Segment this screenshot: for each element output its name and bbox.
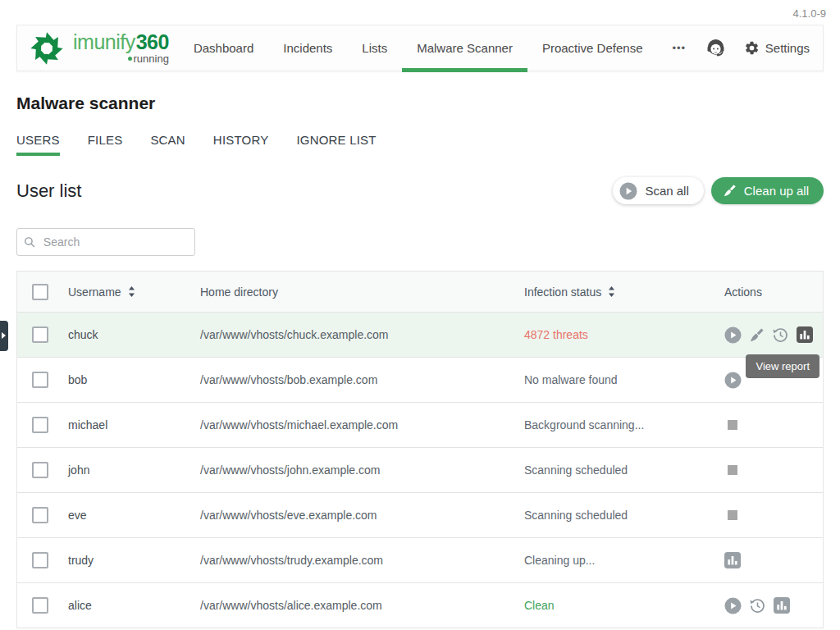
stop-icon bbox=[728, 510, 737, 520]
actions-cell bbox=[724, 510, 823, 520]
headset-support-icon[interactable] bbox=[704, 36, 728, 60]
history-action-button[interactable] bbox=[749, 597, 766, 614]
user-list-table: UsernameHome directoryInfection statusAc… bbox=[16, 271, 824, 628]
history-icon bbox=[772, 326, 789, 344]
infection-status: Scanning scheduled bbox=[524, 463, 724, 477]
column-header-username[interactable]: Username bbox=[68, 285, 200, 299]
table-row-alice: alice/var/www/vhosts/alice.example.comCl… bbox=[17, 583, 823, 628]
side-drawer-toggle[interactable] bbox=[0, 321, 8, 351]
column-label: Actions bbox=[724, 285, 762, 299]
clean-up-all-button[interactable]: Clean up all bbox=[711, 177, 824, 204]
column-label: Home directory bbox=[200, 285, 278, 299]
row-checkbox[interactable] bbox=[32, 507, 48, 523]
scan-all-label: Scan all bbox=[645, 184, 688, 198]
stop-action-button[interactable] bbox=[724, 420, 737, 430]
table-row-chuck: chuck/var/www/vhosts/chuck.example.com48… bbox=[17, 313, 823, 358]
home-directory-cell: /var/www/vhosts/bob.example.com bbox=[200, 373, 524, 386]
home-directory-cell: /var/www/vhosts/alice.example.com bbox=[200, 599, 524, 612]
table-row-eve: eve/var/www/vhosts/eve.example.comScanni… bbox=[17, 493, 823, 538]
play-action-button[interactable] bbox=[724, 372, 742, 389]
tab-users[interactable]: USERS bbox=[16, 133, 60, 156]
report-icon bbox=[774, 597, 790, 614]
play-action-button[interactable] bbox=[724, 597, 742, 614]
search-box bbox=[16, 228, 195, 256]
tab-ignore-list[interactable]: IGNORE LIST bbox=[296, 133, 376, 156]
nav-item-dashboard[interactable]: Dashboard bbox=[179, 25, 268, 71]
infection-status: No malware found bbox=[524, 373, 724, 386]
username-cell: trudy bbox=[68, 554, 200, 567]
row-checkbox[interactable] bbox=[32, 552, 48, 568]
tab-files[interactable]: FILES bbox=[88, 133, 123, 156]
row-checkbox[interactable] bbox=[32, 326, 48, 343]
page-title: Malware scanner bbox=[16, 94, 824, 113]
settings-button[interactable]: Settings bbox=[744, 40, 810, 56]
infection-status: Background scanning... bbox=[524, 418, 724, 431]
imunify-pinwheel-icon bbox=[29, 30, 65, 66]
nav-item-malware-scanner[interactable]: Malware Scanner bbox=[402, 25, 527, 71]
scan-all-button[interactable]: Scan all bbox=[613, 177, 703, 204]
sort-icon bbox=[127, 285, 136, 298]
column-header-home-directory: Home directory bbox=[200, 285, 524, 299]
report-action-button[interactable] bbox=[724, 552, 741, 568]
table-row-bob: bob/var/www/vhosts/bob.example.comNo mal… bbox=[17, 358, 823, 403]
broom-icon bbox=[749, 327, 765, 343]
report-icon bbox=[724, 552, 741, 568]
logo-wordmark: imunify360 running bbox=[73, 32, 169, 64]
infection-status: Clean bbox=[524, 599, 724, 612]
table-row-trudy: trudy/var/www/vhosts/trudy.example.comCl… bbox=[17, 538, 823, 583]
tab-history[interactable]: HISTORY bbox=[213, 133, 269, 156]
nav-item-incidents[interactable]: Incidents bbox=[268, 25, 347, 71]
username-cell: alice bbox=[68, 599, 200, 612]
report-action-button[interactable] bbox=[797, 326, 813, 343]
clean-up-all-label: Clean up all bbox=[744, 184, 809, 198]
row-checkbox[interactable] bbox=[32, 372, 48, 388]
play-icon bbox=[724, 326, 742, 344]
gear-icon bbox=[744, 40, 760, 56]
history-action-button[interactable] bbox=[772, 326, 789, 344]
table-row-michael: michael/var/www/vhosts/michael.example.c… bbox=[17, 403, 823, 448]
username-cell: eve bbox=[68, 509, 200, 522]
play-action-button[interactable] bbox=[724, 326, 742, 344]
section-title: User list bbox=[16, 180, 81, 202]
cleanup-action-button[interactable] bbox=[749, 327, 765, 343]
report-icon bbox=[797, 326, 813, 343]
column-header-actions: Actions bbox=[724, 285, 823, 299]
column-label: Infection status bbox=[524, 285, 601, 299]
select-all-checkbox[interactable] bbox=[32, 284, 48, 300]
table-header-row: UsernameHome directoryInfection statusAc… bbox=[17, 272, 823, 313]
table-body: chuck/var/www/vhosts/chuck.example.com48… bbox=[17, 313, 823, 628]
search-icon bbox=[24, 235, 36, 249]
history-icon bbox=[749, 597, 766, 614]
username-cell: chuck bbox=[68, 328, 200, 341]
stop-action-button[interactable] bbox=[724, 465, 737, 475]
scanner-tabs: USERSFILESSCANHISTORYIGNORE LIST bbox=[16, 133, 824, 156]
infection-status: 4872 threats bbox=[524, 328, 724, 341]
main-nav: DashboardIncidentsListsMalware ScannerPr… bbox=[179, 25, 701, 71]
nav-item-more[interactable]: ••• bbox=[657, 25, 701, 71]
nav-item-proactive-defense[interactable]: Proactive Defense bbox=[527, 25, 658, 71]
table-row-john: john/var/www/vhosts/john.example.comScan… bbox=[17, 448, 823, 493]
home-directory-cell: /var/www/vhosts/eve.example.com bbox=[200, 509, 524, 522]
report-action-button[interactable] bbox=[774, 597, 790, 614]
home-directory-cell: /var/www/vhosts/john.example.com bbox=[200, 463, 524, 477]
row-checkbox[interactable] bbox=[32, 462, 48, 478]
column-header-infection-status[interactable]: Infection status bbox=[524, 285, 724, 299]
tab-scan[interactable]: SCAN bbox=[150, 133, 185, 156]
search-input[interactable] bbox=[42, 235, 188, 249]
row-checkbox[interactable] bbox=[32, 597, 48, 614]
status-dot-icon bbox=[128, 57, 132, 61]
imunify360-logo: imunify360 running bbox=[29, 30, 169, 66]
main-content: Malware scanner USERSFILESSCANHISTORYIGN… bbox=[0, 71, 840, 628]
settings-label: Settings bbox=[765, 41, 810, 55]
home-directory-cell: /var/www/vhosts/chuck.example.com bbox=[200, 328, 524, 341]
infection-status: Cleaning up... bbox=[524, 554, 724, 567]
row-checkbox[interactable] bbox=[32, 417, 48, 433]
sort-icon bbox=[607, 285, 616, 298]
view-report-tooltip: View report bbox=[746, 354, 819, 378]
broom-icon bbox=[723, 184, 737, 198]
stop-action-button[interactable] bbox=[724, 510, 737, 520]
actions-cell bbox=[724, 326, 823, 344]
version-label: 4.1.0-9 bbox=[793, 7, 826, 20]
nav-item-lists[interactable]: Lists bbox=[347, 25, 402, 71]
actions-cell bbox=[724, 552, 823, 568]
